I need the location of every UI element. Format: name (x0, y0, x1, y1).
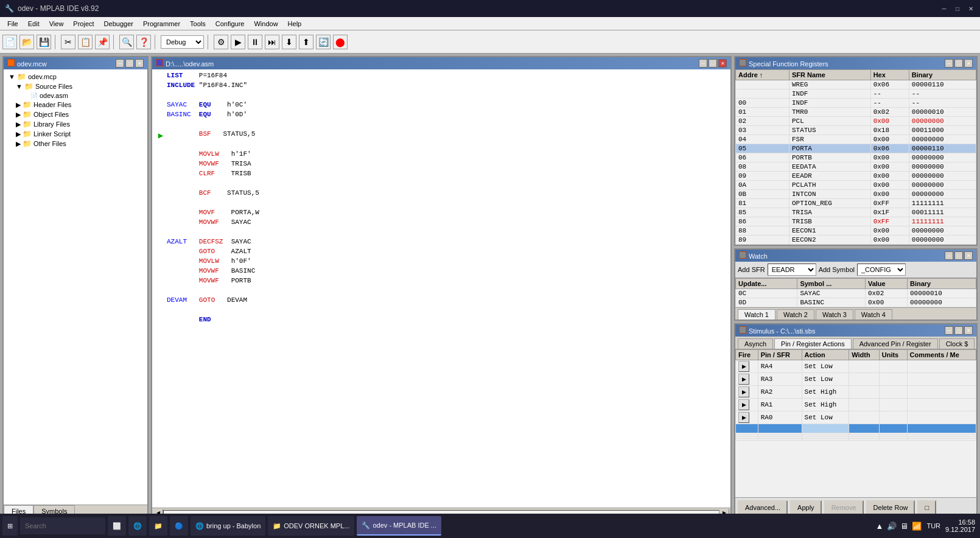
tree-item-object-files[interactable]: ▶ 📁 Object Files (16, 110, 145, 119)
babylon-window-btn[interactable]: 🌐 bring up - Babylon (191, 516, 265, 536)
editor-area[interactable]: LIST P=16F84 INCLUDE "P16F84.INC" SAYAC … (152, 69, 730, 508)
add-sfr-select[interactable]: EEADR (768, 264, 816, 276)
sys-tray-volume[interactable]: 🔊 (887, 522, 897, 531)
menu-tools[interactable]: Tools (185, 19, 211, 29)
menu-configure[interactable]: Configure (211, 19, 250, 29)
menu-file[interactable]: File (2, 19, 23, 29)
menu-window[interactable]: Window (249, 19, 282, 29)
menu-programmer[interactable]: Programmer (138, 19, 185, 29)
copy-button[interactable]: 📋 (78, 35, 93, 49)
editor-close[interactable]: ✕ (718, 59, 727, 68)
stim-tab-advanced-pin[interactable]: Advanced Pin / Register (853, 338, 938, 349)
code-line: CLRF TRISB (155, 170, 728, 180)
project-maximize[interactable]: □ (125, 59, 134, 68)
code-arrow: ▶ (158, 130, 163, 141)
start-button[interactable]: ⊞ (2, 516, 18, 536)
taskbar-search[interactable] (20, 517, 105, 534)
step-out-button[interactable]: ⬆ (299, 35, 313, 49)
odev-ornek-window-btn[interactable]: 📁 ODEV ORNEK MPL... (268, 516, 354, 536)
paste-button[interactable]: 📌 (95, 35, 110, 49)
watch-minimize[interactable]: ─ (945, 251, 953, 260)
halt-button[interactable]: ⏸ (248, 35, 262, 49)
watch-tab-4[interactable]: Watch 4 (855, 309, 892, 320)
close-button[interactable]: ✕ (967, 4, 975, 13)
watch-close[interactable]: ✕ (964, 251, 973, 260)
tree-item-linker-script[interactable]: ▶ 📁 Linker Script (16, 129, 145, 139)
tree-item-odev-asm[interactable]: 📄 odev.asm (30, 91, 145, 100)
stim-tab-asynch[interactable]: Asynch (738, 338, 773, 349)
watch-maximize[interactable]: □ (954, 251, 963, 260)
tree-root: ▼ 📁 odev.mcp ▼ 📁 Source Files 📄 odev.asm (9, 72, 145, 148)
add-symbol-select[interactable]: _CONFIG (857, 264, 906, 276)
run-button[interactable]: ▶ (231, 35, 245, 49)
maximize-button[interactable]: □ (953, 4, 962, 13)
advanced-button[interactable]: Advanced... (738, 500, 788, 515)
editor-minimize[interactable]: ─ (699, 59, 707, 68)
stim-tab-pin-register[interactable]: Pin / Register Actions (774, 338, 852, 349)
fire-btn-ra1[interactable]: ▶ (738, 399, 749, 410)
stim-extra-btn[interactable]: □ (917, 500, 936, 515)
code-line: BCF STATUS,5 (155, 189, 728, 199)
code-line: INCLUDE "P16F84.INC" (155, 82, 728, 91)
stim-tab-clock[interactable]: Clock $ (939, 338, 975, 349)
stimulus-maximize[interactable]: □ (954, 326, 963, 335)
sfr-maximize[interactable]: □ (954, 59, 963, 68)
tree-item-other-files[interactable]: ▶ 📁 Other Files (16, 139, 145, 148)
step-over-button[interactable]: ⏭ (265, 35, 279, 49)
menu-help[interactable]: Help (283, 19, 307, 29)
fire-btn-ra2[interactable]: ▶ (738, 386, 749, 397)
file-explorer-button[interactable]: 📁 (149, 516, 167, 536)
menu-debugger[interactable]: Debugger (99, 19, 138, 29)
watch-tab-1[interactable]: Watch 1 (738, 309, 775, 320)
mplab-ide-window-btn[interactable]: 🔧 odev - MPLAB IDE ... (357, 516, 441, 536)
build-button[interactable]: ⚙ (214, 35, 228, 49)
edge-button[interactable]: 🔵 (170, 516, 188, 536)
table-row: 09EEADR0x0000000000 (736, 172, 976, 181)
stimulus-panel-controls: ─ □ ✕ (945, 326, 973, 335)
help-button[interactable]: ❓ (136, 35, 151, 49)
search-button[interactable]: 🔍 (119, 35, 134, 49)
object-folder-icon: 📁 (23, 110, 32, 119)
apply-button[interactable]: Apply (790, 500, 822, 515)
project-minimize[interactable]: ─ (116, 59, 124, 68)
new-button[interactable]: 📄 (2, 35, 17, 49)
fire-btn-ra4[interactable]: ▶ (738, 361, 749, 372)
minimize-button[interactable]: ─ (940, 4, 948, 13)
stimulus-minimize[interactable]: ─ (945, 326, 953, 335)
menu-project[interactable]: Project (68, 19, 99, 29)
sys-tray-display[interactable]: 🖥 (900, 522, 908, 531)
stimulus-close[interactable]: ✕ (964, 326, 973, 335)
watch-tab-2[interactable]: Watch 2 (777, 309, 814, 320)
library-folder-icon: 📁 (23, 120, 32, 128)
table-row (736, 439, 976, 441)
fire-btn-ra3[interactable]: ▶ (738, 374, 749, 385)
sfr-close[interactable]: ✕ (964, 59, 973, 68)
tree-item-header-files[interactable]: ▶ 📁 Header Files (16, 100, 145, 110)
stop-button[interactable]: ⬤ (333, 35, 348, 49)
tree-item-source-files[interactable]: ▼ 📁 Source Files (16, 82, 145, 91)
step-into-button[interactable]: ⬇ (282, 35, 296, 49)
project-close[interactable]: ✕ (135, 59, 144, 68)
menu-view[interactable]: View (44, 19, 69, 29)
menu-edit[interactable]: Edit (23, 19, 44, 29)
task-view-icon: ⬜ (113, 522, 121, 530)
tree-root-item[interactable]: ▼ 📁 odev.mcp (9, 72, 145, 82)
editor-maximize[interactable]: □ (709, 59, 717, 68)
sys-tray-arrow[interactable]: ▲ (876, 522, 884, 531)
stimulus-icon (739, 326, 746, 334)
sfr-minimize[interactable]: ─ (945, 59, 953, 68)
cut-button[interactable]: ✂ (61, 35, 75, 49)
watch-tab-3[interactable]: Watch 3 (816, 309, 853, 320)
delete-row-button[interactable]: Delete Row (866, 500, 915, 515)
sys-tray-network[interactable]: 📶 (912, 522, 922, 531)
tree-item-library-files[interactable]: ▶ 📁 Library Files (16, 119, 145, 129)
fire-btn-ra0[interactable]: ▶ (738, 412, 749, 423)
reset-button[interactable]: 🔄 (316, 35, 331, 49)
save-button[interactable]: 💾 (37, 35, 51, 49)
browser-button[interactable]: 🌐 (128, 516, 147, 536)
debug-combo[interactable]: Debug Release (161, 35, 204, 49)
remove-button[interactable]: Remove (824, 500, 864, 515)
sfr-table-wrap: Addre ↑ SFR Name Hex Binary WREG0x060000… (735, 69, 976, 245)
open-button[interactable]: 📂 (19, 35, 34, 49)
task-view-button[interactable]: ⬜ (108, 516, 126, 536)
